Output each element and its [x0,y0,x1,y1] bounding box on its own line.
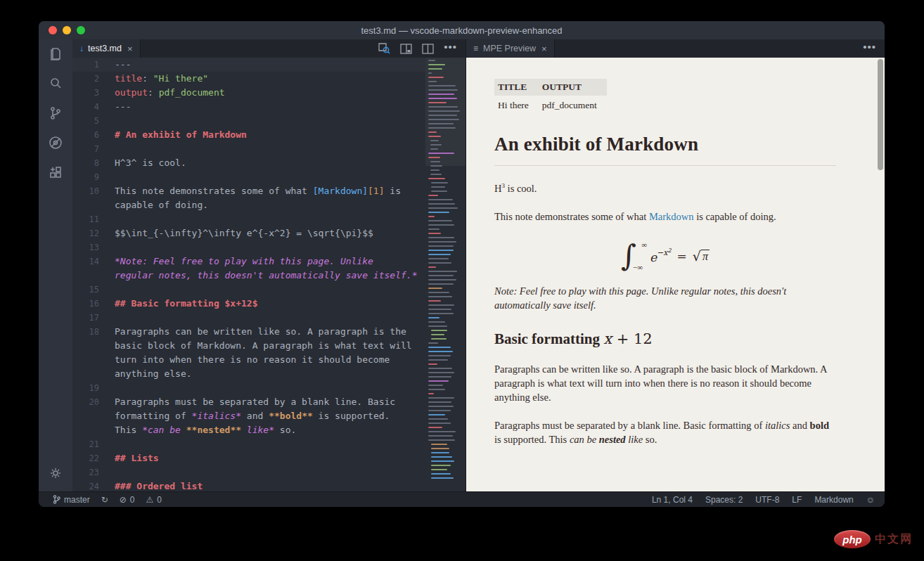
code-line[interactable]: 15 [72,283,425,297]
minimap-line [428,288,442,289]
preview-scrollbar-thumb[interactable] [878,59,883,170]
code-line[interactable]: 19 [72,381,425,395]
indentation[interactable]: Spaces: 2 [705,495,743,505]
minimap-line [431,456,452,458]
table-header-title: TITLE [494,79,539,96]
line-number: 6 [72,128,115,142]
code-line[interactable]: 6# An exhibit of Markdown [72,128,425,142]
cursor-position[interactable]: Ln 1, Col 4 [652,495,693,505]
more-actions-icon[interactable]: ••• [444,41,457,56]
activity-bar [39,39,72,491]
code-line[interactable]: 21 [72,437,425,451]
close-preview-tab-icon[interactable]: × [541,44,547,54]
code-line[interactable]: capable of doing. [72,198,425,212]
minimap-line [428,410,451,411]
code-line[interactable]: 1--- [72,58,425,72]
zoom-window-button[interactable] [77,26,85,34]
open-preview-side-icon[interactable] [400,44,412,54]
preview-menu-icon: ≡ [473,44,479,53]
preview-tab-bar: ≡ MPE Preview × ••• [466,39,885,58]
minimap-line [428,123,454,124]
code-line[interactable]: 8H^3^ is cool. [72,156,425,170]
warning-indicator[interactable]: ⚠0 [146,495,162,505]
minimap-line [428,359,448,361]
markdown-preview-pane[interactable]: TITLE OUTPUT Hi there pdf_document An ex… [466,58,885,491]
minimize-window-button[interactable] [63,26,71,34]
heading-rule [494,165,836,166]
search-icon[interactable] [39,69,72,98]
error-indicator[interactable]: ⊘0 [120,495,135,505]
settings-gear-icon[interactable] [39,460,72,486]
code-line[interactable]: 9 [72,170,425,184]
code-line[interactable]: 7 [72,142,425,156]
minimap-line [430,161,440,162]
debug-icon[interactable] [39,128,72,157]
code-line[interactable]: 14*Note: Feel free to play with this pag… [72,254,425,269]
error-icon: ⊘ [120,496,127,504]
code-line[interactable]: regular notes, this doesn't automaticall… [72,269,425,283]
code-line[interactable]: 23 [72,465,425,479]
preview-more-actions-icon[interactable]: ••• [863,41,876,56]
code-line[interactable]: turn into when there is no reason it sho… [72,353,425,367]
minimap-line [428,283,454,285]
preview-group: ≡ MPE Preview × ••• TITLE OUTPUT [466,39,885,491]
code-line[interactable]: 4--- [72,100,425,114]
editor-group: ↓ test3.md × ••• [72,39,466,491]
paragraph-basic-1: Paragraphs can be written like so. A par… [494,362,836,404]
code-line[interactable]: 2title: "Hi there" [72,72,425,86]
explorer-icon[interactable] [39,39,72,69]
git-branch-indicator[interactable]: master [53,495,90,505]
code-line[interactable]: 5 [72,114,425,128]
close-tab-icon[interactable]: × [127,44,133,54]
split-editor-icon[interactable] [422,44,434,54]
line-number [72,339,115,353]
code-line[interactable]: 3output: pdf_document [72,86,425,100]
minimap-line [428,368,452,369]
code-line[interactable]: formatting of *italics* and **bold** is … [72,409,425,423]
code-line[interactable]: 12$$\int_{-\infty}^\infty e^{-x^2} = \sq… [72,226,425,240]
title-bar: test3.md — vscode-markdown-preview-enhan… [39,21,885,39]
minimap[interactable] [425,58,466,491]
language-mode[interactable]: Markdown [814,495,853,505]
preview-heading-1: An exhibit of Markdown [494,134,836,155]
feedback-smiley-icon[interactable]: ☺ [866,495,875,505]
close-window-button[interactable] [49,26,57,34]
status-bar: master ↻ ⊘0 ⚠0 Ln 1, Col 4 Spaces: 2 UTF… [39,491,885,507]
code-line[interactable]: 10This note demonstrates some of what [M… [72,184,425,198]
tab-mpe-preview[interactable]: ≡ MPE Preview × [466,39,555,58]
code-line[interactable]: 18Paragraphs can be written like so. A p… [72,325,425,339]
open-preview-icon[interactable] [378,43,390,54]
minimap-line [431,473,451,475]
code-line[interactable]: 17 [72,311,425,325]
eol-sequence[interactable]: LF [792,495,802,505]
code-line[interactable]: anything else. [72,367,425,381]
code-line[interactable]: basic block of Markdown. A paragraph is … [72,339,425,353]
minimap-line [431,477,454,479]
extensions-icon[interactable] [39,157,72,187]
minimap-line [428,435,453,437]
minimap-viewport[interactable] [425,58,466,166]
traffic-lights [49,21,85,39]
code-line[interactable]: 20Paragraphs must be separated by a blan… [72,395,425,409]
code-line[interactable]: 13 [72,240,425,254]
markdown-link[interactable]: Markdown [649,211,694,222]
minimap-line [431,460,454,462]
minimap-line [430,169,439,171]
minimap-line [428,296,452,297]
minimap-line [428,216,435,217]
encoding[interactable]: UTF-8 [755,495,779,505]
code-line[interactable]: 22## Lists [72,451,425,465]
code-line[interactable]: 24### Ordered list [72,479,425,491]
code-line[interactable]: 16## Basic formatting $x+12$ [72,297,425,311]
minimap-line [428,81,437,82]
source-control-icon[interactable] [39,98,72,128]
code-editor[interactable]: 1---2title: "Hi there"3output: pdf_docum… [72,58,466,491]
line-number: 11 [72,212,115,226]
sync-indicator[interactable]: ↻ [101,496,108,504]
tab-test3-md[interactable]: ↓ test3.md × [72,39,141,58]
minimap-line [431,191,448,192]
code-line[interactable]: This *can be **nested** like* so. [72,423,425,437]
code-line[interactable]: 11 [72,212,425,226]
line-number: 20 [72,395,115,409]
code-lines[interactable]: 1---2title: "Hi there"3output: pdf_docum… [72,58,425,491]
